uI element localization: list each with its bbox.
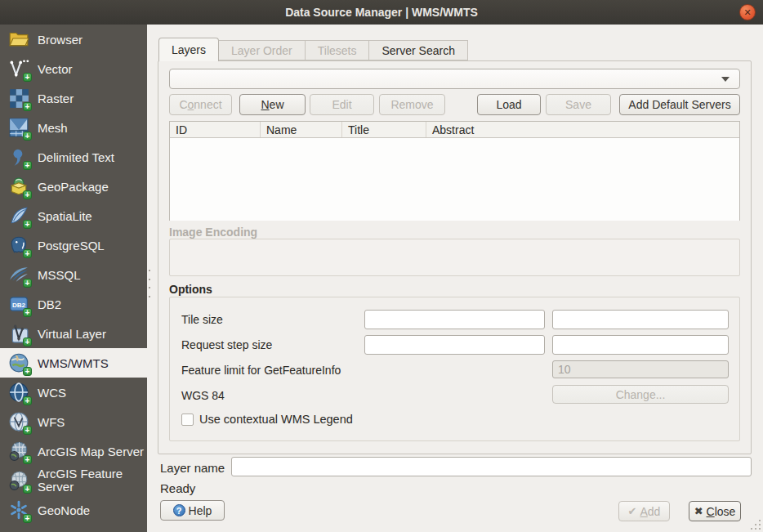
add-badge-icon: + [23, 132, 32, 141]
geopackage-icon: + [7, 174, 31, 199]
new-button[interactable]: New [239, 94, 306, 115]
titlebar[interactable]: Data Source Manager | WMS/WMTS ✕ [0, 0, 763, 25]
request-step-height-input[interactable] [552, 335, 729, 355]
layer-name-input[interactable] [231, 457, 752, 476]
sidebar-item-wfs[interactable]: + WFS [0, 407, 147, 436]
sidebar-item-mesh[interactable]: + Mesh [0, 113, 147, 142]
mssql-icon: + [7, 262, 31, 287]
tile-size-height-input[interactable] [552, 310, 729, 329]
geonode-icon: + [7, 498, 31, 522]
add-badge-icon: + [23, 190, 32, 199]
sidebar-item-spatialite[interactable]: + SpatiaLite [0, 201, 147, 230]
tab-layers[interactable]: Layers [158, 38, 219, 61]
sidebar-item-arcgis-map-server[interactable]: + ArcGIS Map Server [0, 436, 147, 466]
arcgis-map-server-icon: + [7, 439, 31, 463]
chevron-down-icon [721, 77, 730, 82]
sidebar-item-geonode[interactable]: + GeoNode [0, 495, 147, 525]
sidebar-item-vector[interactable]: + Vector [0, 54, 147, 83]
options-group-label: Options [169, 283, 212, 296]
add-badge-icon: + [23, 367, 32, 376]
request-step-size-label: Request step size [181, 338, 272, 351]
add-badge-icon: + [23, 514, 32, 523]
crs-label: WGS 84 [181, 389, 225, 402]
add-badge-icon: + [23, 279, 32, 288]
delimited-text-icon: + [7, 145, 31, 169]
sidebar-item-label: ArcGIS Feature Server [38, 467, 137, 494]
server-connection-select[interactable] [169, 69, 740, 89]
sidebar-item-postgresql[interactable]: + PostgreSQL [0, 230, 147, 260]
sidebar-item-label: Delimited Text [38, 150, 114, 164]
sidebar-item-label: GeoPackage [38, 180, 109, 194]
postgresql-icon: + [7, 233, 31, 257]
check-icon: ✔ [628, 505, 637, 517]
add-button: ✔ Add [618, 501, 670, 521]
sidebar-item-mssql[interactable]: + MSSQL [0, 260, 147, 289]
help-button-label: Help [189, 504, 212, 517]
column-header-id[interactable]: ID [170, 122, 261, 137]
add-badge-icon: + [23, 249, 32, 258]
sidebar-item-label: WMS/WMTS [38, 356, 109, 370]
feature-limit-input [552, 360, 729, 378]
spatialite-icon: + [7, 203, 31, 228]
wfs-globe-icon: + [7, 409, 31, 434]
request-step-width-input[interactable] [364, 335, 545, 355]
load-button[interactable]: Load [477, 94, 541, 115]
layers-table-body[interactable] [170, 138, 739, 221]
tab-bar: Layers Layer Order Tilesets Server Searc… [158, 38, 468, 60]
tab-server-search[interactable]: Server Search [369, 40, 467, 60]
sidebar-item-browser[interactable]: Browser [0, 25, 147, 54]
feature-limit-label: Feature limit for GetFeatureInfo [181, 364, 341, 377]
sidebar-item-delimited-text[interactable]: + Delimited Text [0, 142, 147, 172]
sidebar-item-label: MSSQL [38, 268, 81, 282]
help-button[interactable]: ? Help [160, 500, 225, 521]
sidebar-item-label: ArcGIS Map Server [38, 445, 144, 458]
add-button-label: Add [640, 505, 660, 518]
source-type-sidebar: Browser + Vector + Raster + Mesh [0, 25, 147, 532]
close-button[interactable]: ✖ Close [689, 501, 741, 521]
add-badge-icon: + [23, 308, 32, 317]
status-text: Ready [160, 481, 195, 495]
layers-table-header: ID Name Title Abstract [170, 122, 739, 138]
use-contextual-wms-legend-label[interactable]: Use contextual WMS Legend [199, 413, 353, 426]
add-badge-icon: + [23, 455, 32, 464]
sidebar-item-geopackage[interactable]: + GeoPackage [0, 172, 147, 201]
sidebar-item-wms-wmts[interactable]: + WMS/WMTS [0, 348, 147, 378]
sidebar-item-label: GeoNode [38, 503, 90, 517]
resize-grip[interactable] [750, 519, 761, 530]
image-encoding-group-label: Image Encoding [169, 226, 257, 239]
wms-globe-icon: + [7, 351, 31, 375]
db2-icon: DB2 + [7, 292, 31, 316]
column-header-title[interactable]: Title [342, 122, 426, 137]
column-header-name[interactable]: Name [261, 122, 342, 137]
cross-icon: ✖ [694, 505, 703, 517]
remove-button: Remove [379, 94, 445, 115]
sidebar-item-label: Vector [38, 62, 73, 76]
add-badge-icon: + [23, 161, 32, 170]
add-badge-icon: + [23, 426, 32, 435]
window-close-button[interactable]: ✕ [739, 4, 756, 20]
tab-tilesets: Tilesets [306, 40, 370, 60]
sidebar-item-wcs[interactable]: + WCS [0, 378, 147, 407]
sidebar-item-virtual-layer[interactable]: + Virtual Layer [0, 319, 147, 348]
add-default-servers-button[interactable]: Add Default Servers [619, 94, 740, 115]
sidebar-item-raster[interactable]: + Raster [0, 83, 147, 113]
wms-wmts-panel: Layers Layer Order Tilesets Server Searc… [147, 25, 763, 532]
layers-table[interactable]: ID Name Title Abstract [169, 121, 740, 221]
folder-icon [7, 27, 31, 51]
close-button-label: Close [707, 505, 736, 518]
sidebar-item-label: Browser [38, 33, 83, 47]
tab-layer-order: Layer Order [219, 40, 306, 60]
add-badge-icon: + [23, 220, 32, 229]
sidebar-item-label: Virtual Layer [38, 327, 106, 341]
connect-button: Connect [169, 94, 232, 115]
window-title: Data Source Manager | WMS/WMTS [285, 6, 478, 19]
arcgis-feature-server-icon: + [7, 468, 31, 493]
use-contextual-wms-legend-checkbox[interactable] [181, 414, 194, 426]
sidebar-item-label: WFS [38, 415, 65, 429]
sidebar-item-db2[interactable]: DB2 + DB2 [0, 289, 147, 319]
tile-size-width-input[interactable] [364, 310, 545, 329]
column-header-abstract[interactable]: Abstract [426, 122, 739, 137]
sidebar-item-arcgis-feature-server[interactable]: + ArcGIS Feature Server [0, 466, 147, 495]
splitter-handle[interactable] [149, 270, 151, 297]
virtual-layer-icon: + [7, 321, 31, 346]
